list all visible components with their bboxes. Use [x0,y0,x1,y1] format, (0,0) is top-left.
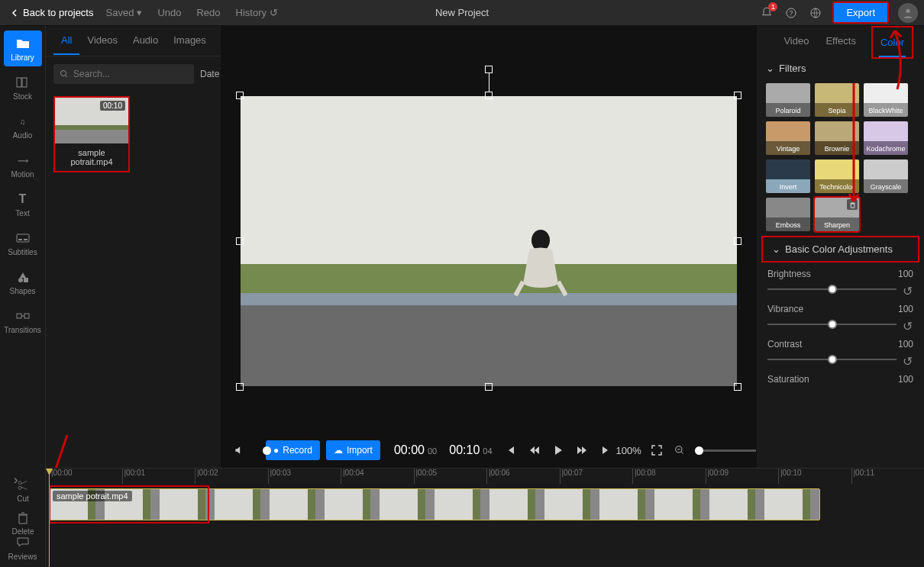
filter-sepia[interactable]: Sepia [815,83,859,117]
language-button[interactable] [808,5,823,21]
saved-status[interactable]: Saved▾ [99,4,150,21]
redo-button[interactable]: Redo [189,4,228,21]
media-item[interactable]: 00:10 sample potrait.mp4 [53,96,130,172]
stock-icon [16,76,30,89]
lib-tab-videos[interactable]: Videos [79,27,125,55]
lib-tab-all[interactable]: All [53,27,79,55]
svg-text:?: ? [790,9,793,17]
motion-icon: ⟿ [16,153,30,167]
lib-tab-audio[interactable]: Audio [125,27,166,55]
filter-emboss[interactable]: Emboss [766,198,810,231]
timeline-track[interactable]: sample potrait.mp4 [49,488,921,520]
chevron-down-icon: ▾ [137,7,142,18]
resize-handle-br[interactable] [734,383,741,391]
resize-handle-ml[interactable] [236,237,244,245]
rotate-handle[interactable] [485,66,493,73]
media-name: sample potrait.mp4 [55,143,128,171]
chevron-down-icon: ⌄ [766,63,774,74]
zoom-out-button[interactable] [672,443,687,458]
zoom-slider[interactable] [695,449,764,452]
sidebar-library[interactable]: Library [4,31,42,66]
rewind-button[interactable] [529,445,540,456]
brightness-slider[interactable] [767,288,897,290]
fullscreen-icon [651,445,662,456]
play-button[interactable] [554,445,563,456]
contrast-slider[interactable] [767,359,897,360]
preview-frame [241,96,737,386]
filter-kodachrome[interactable]: Kodachrome [864,121,908,155]
fullscreen-button[interactable] [649,443,664,458]
delete-tool[interactable]: Delete [4,507,42,540]
filter-grayscale[interactable]: Grayscale [864,159,908,193]
vibrance-slider[interactable] [767,324,897,325]
search-box[interactable] [53,64,194,84]
export-button[interactable]: Export [832,2,889,24]
filter-technicolor[interactable]: Technicolor [815,159,859,193]
globe-icon [809,7,822,19]
search-input[interactable] [73,69,188,79]
filters-section-toggle[interactable]: ⌄Filters [757,56,924,80]
history-button[interactable]: History ↺ [228,4,286,21]
filter-brownie[interactable]: Brownie [815,121,859,155]
sidebar-transitions[interactable]: Transitions [4,303,42,339]
svg-rect-6 [17,234,29,242]
resize-handle-mr[interactable] [734,237,741,245]
sidebar-text[interactable]: TText [4,186,42,222]
svg-rect-10 [24,278,28,282]
sidebar-shapes[interactable]: Shapes [4,264,42,300]
filter-blackwhite[interactable]: BlackWhite [864,83,908,117]
resize-handle-tl[interactable] [236,92,244,99]
record-button[interactable]: ●Record [266,440,320,460]
filter-sharpen[interactable]: Sharpen [815,198,859,231]
trash-icon [18,512,28,524]
project-title[interactable]: New Project [435,7,489,18]
scissors-icon [17,479,29,491]
notifications-button[interactable]: 1 [759,5,774,21]
history-icon: ↺ [270,7,278,18]
resize-handle-bl[interactable] [236,383,244,391]
preview-canvas[interactable] [241,96,737,386]
timeline-clip[interactable]: sample potrait.mp4 [49,488,820,520]
brightness-reset[interactable]: ↺ [903,284,913,295]
search-icon [60,69,69,79]
filter-polaroid[interactable]: Polaroid [766,83,810,117]
filter-invert[interactable]: Invert [766,159,810,193]
rp-tab-effects[interactable]: Effects [824,27,858,56]
contrast-value: 100 [898,339,913,350]
import-button[interactable]: ☁Import [326,440,380,460]
shapes-icon [16,270,30,284]
sidebar-motion[interactable]: ⟿Motion [4,147,42,183]
rp-tab-color[interactable]: Color [879,29,906,57]
folder-icon [16,37,30,50]
vibrance-reset[interactable]: ↺ [903,319,913,330]
playhead[interactable] [49,469,50,567]
media-thumbnail: 00:10 [55,98,128,143]
trash-icon [849,201,856,208]
cut-tool[interactable]: Cut [4,475,42,507]
svg-rect-7 [18,239,22,240]
subtitles-icon [16,231,30,245]
contrast-reset[interactable]: ↺ [903,354,913,365]
saturation-value: 100 [898,374,913,385]
volume-button[interactable] [234,443,244,458]
resize-handle-bm[interactable] [485,383,493,391]
delete-filter-button[interactable] [847,199,858,210]
sidebar-audio[interactable]: ♫Audio [4,108,42,144]
basic-adjustments-toggle[interactable]: ⌄Basic Color Adjustments [761,236,919,263]
rp-tab-video[interactable]: Video [782,27,810,56]
user-avatar[interactable] [898,3,918,23]
sidebar-subtitles[interactable]: Subtitles [4,225,42,261]
timeline-ruler[interactable]: |00:00 |00:01 |00:02 |00:03 |00:04 |00:0… [46,469,924,484]
forward-button[interactable] [577,445,587,456]
lib-tab-images[interactable]: Images [166,27,214,55]
resize-handle-tm[interactable] [485,92,493,99]
vibrance-label: Vibrance [767,304,803,314]
filter-vintage[interactable]: Vintage [766,121,810,155]
skip-end-button[interactable] [601,445,610,456]
help-button[interactable]: ? [783,5,799,21]
skip-start-button[interactable] [506,445,515,456]
back-to-projects[interactable]: Back to projects [6,4,99,21]
undo-button[interactable]: Undo [150,4,189,21]
resize-handle-tr[interactable] [734,92,741,99]
sidebar-stock[interactable]: Stock [4,69,42,105]
